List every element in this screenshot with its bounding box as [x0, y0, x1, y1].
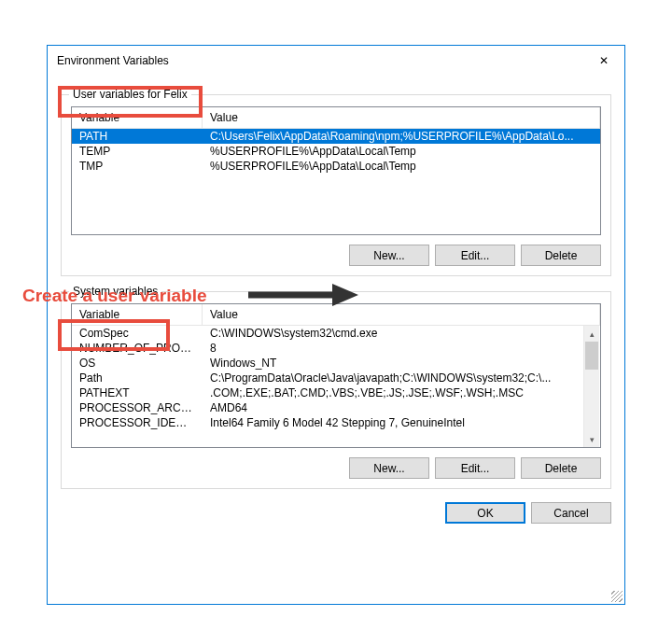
scrollbar-up-icon[interactable]: ▴	[584, 326, 599, 342]
system-delete-button[interactable]: Delete	[521, 457, 601, 479]
scrollbar[interactable]: ▴ ▾	[583, 326, 599, 447]
cell-value: C:\WINDOWS\system32\cmd.exe	[203, 326, 600, 341]
list-header[interactable]: Variable Value	[72, 304, 600, 326]
cell-value: AMD64	[203, 400, 600, 415]
system-variables-group: System variables Variable Value ComSpec …	[61, 291, 611, 489]
titlebar: Environment Variables ✕	[48, 46, 624, 76]
cell-value: %USERPROFILE%\AppData\Local\Temp	[203, 159, 600, 174]
system-variables-label: System variables	[69, 285, 161, 298]
dialog-content: User variables for Felix Variable Value …	[48, 76, 624, 604]
column-value[interactable]: Value	[203, 107, 600, 128]
table-row[interactable]: PATHEXT .COM;.EXE;.BAT;.CMD;.VBS;.VBE;.J…	[72, 385, 600, 400]
table-row[interactable]: PATH C:\Users\Felix\AppData\Roaming\npm;…	[72, 129, 600, 144]
cell-variable: ComSpec	[72, 326, 203, 341]
table-row[interactable]: OS Windows_NT	[72, 356, 600, 371]
user-button-row: New... Edit... Delete	[71, 245, 601, 266]
user-edit-button[interactable]: Edit...	[435, 245, 515, 266]
table-row[interactable]: Path C:\ProgramData\Oracle\Java\javapath…	[72, 371, 600, 385]
cell-variable: OS	[72, 356, 203, 371]
system-edit-button[interactable]: Edit...	[435, 457, 515, 479]
user-delete-button[interactable]: Delete	[521, 245, 601, 266]
cancel-button[interactable]: Cancel	[531, 502, 611, 524]
user-variables-label: User variables for Felix	[69, 88, 191, 101]
system-button-row: New... Edit... Delete	[71, 457, 601, 479]
table-row[interactable]: NUMBER_OF_PROCESSORS 8	[72, 341, 600, 356]
user-new-button[interactable]: New...	[349, 245, 429, 266]
scrollbar-down-icon[interactable]: ▾	[584, 431, 599, 447]
table-row[interactable]: ComSpec C:\WINDOWS\system32\cmd.exe	[72, 326, 600, 341]
cell-value: C:\ProgramData\Oracle\Java\javapath;C:\W…	[203, 371, 600, 385]
list-body: ComSpec C:\WINDOWS\system32\cmd.exe NUMB…	[72, 326, 600, 430]
cell-variable: PATHEXT	[72, 385, 203, 400]
list-header[interactable]: Variable Value	[72, 107, 600, 129]
cell-variable: TMP	[72, 159, 203, 174]
cell-value: Intel64 Family 6 Model 42 Stepping 7, Ge…	[203, 415, 600, 430]
column-value[interactable]: Value	[203, 304, 600, 325]
cell-value: 8	[203, 341, 600, 356]
cell-variable: PATH	[72, 129, 203, 144]
user-variables-list[interactable]: Variable Value PATH C:\Users\Felix\AppDa…	[71, 106, 601, 235]
environment-variables-dialog: Environment Variables ✕ User variables f…	[47, 45, 625, 605]
table-row[interactable]: PROCESSOR_IDENTIFIER Intel64 Family 6 Mo…	[72, 415, 600, 430]
user-variables-group: User variables for Felix Variable Value …	[61, 94, 611, 276]
cell-value: .COM;.EXE;.BAT;.CMD;.VBS;.VBE;.JS;.JSE;.…	[203, 385, 600, 400]
system-variables-list[interactable]: Variable Value ComSpec C:\WINDOWS\system…	[71, 303, 601, 448]
table-row[interactable]: TEMP %USERPROFILE%\AppData\Local\Temp	[72, 144, 600, 159]
table-row[interactable]: TMP %USERPROFILE%\AppData\Local\Temp	[72, 159, 600, 174]
cell-variable: NUMBER_OF_PROCESSORS	[72, 341, 203, 356]
cell-variable: PROCESSOR_ARCHITECTURE	[72, 400, 203, 415]
dialog-title: Environment Variables	[57, 54, 169, 67]
cell-value: %USERPROFILE%\AppData\Local\Temp	[203, 144, 600, 159]
cell-variable: PROCESSOR_IDENTIFIER	[72, 415, 203, 430]
close-icon: ✕	[599, 54, 609, 67]
table-row[interactable]: PROCESSOR_ARCHITECTURE AMD64	[72, 400, 600, 415]
close-button[interactable]: ✕	[591, 51, 617, 70]
cell-value: C:\Users\Felix\AppData\Roaming\npm;%USER…	[203, 129, 600, 144]
column-variable[interactable]: Variable	[72, 304, 203, 325]
cell-variable: Path	[72, 371, 203, 385]
ok-button[interactable]: OK	[445, 502, 525, 524]
list-body: PATH C:\Users\Felix\AppData\Roaming\npm;…	[72, 129, 600, 174]
cell-variable: TEMP	[72, 144, 203, 159]
column-variable[interactable]: Variable	[72, 107, 203, 128]
cell-value: Windows_NT	[203, 356, 600, 371]
dialog-bottom-row: OK Cancel	[61, 489, 611, 524]
system-new-button[interactable]: New...	[349, 457, 429, 479]
scrollbar-thumb[interactable]	[585, 342, 598, 370]
resize-grip-icon[interactable]	[611, 591, 623, 602]
